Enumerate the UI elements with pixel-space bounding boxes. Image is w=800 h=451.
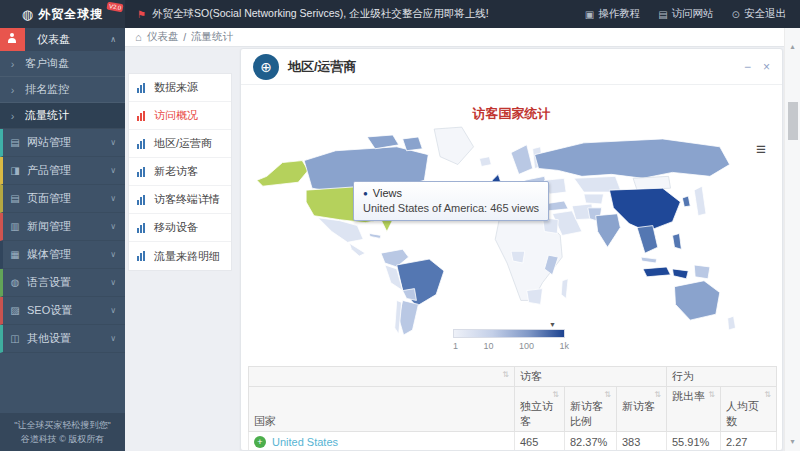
minimize-icon[interactable]: − [744, 60, 751, 74]
country-chile[interactable] [395, 300, 402, 333]
media-mgmt-label: 媒体管理 [27, 247, 110, 262]
sidebar-footer: "让全球买家轻松搜到您" 谷道科技 © 版权所有 [0, 413, 125, 451]
country-stats-table-section: ⇅ 访客 行为 国家 ⇅独立访客 ⇅新访客比例 ⇅新访客 ⇅跳出率 ⇅人均页数 … [241, 363, 782, 451]
tooltip-value: United States of America: 465 views [363, 202, 539, 214]
country-japan[interactable] [694, 186, 706, 216]
sort-icon[interactable]: ⇅ [654, 390, 661, 399]
sidebar-item-website-mgmt[interactable]: ▤ 网站管理 ∨ [0, 129, 125, 157]
menu-item-new-returning[interactable]: 新老访客 [129, 158, 231, 186]
visit-site-link[interactable]: ▤ 访问网站 [658, 7, 713, 21]
sort-icon[interactable]: ⇅ [708, 390, 715, 399]
country-greenland[interactable] [434, 127, 473, 164]
sort-icon[interactable]: ⇅ [552, 390, 559, 399]
country-indonesia-east[interactable] [673, 269, 689, 279]
country-brazil[interactable] [397, 259, 444, 306]
country-nigeria[interactable] [511, 251, 525, 263]
scroll-down-icon[interactable]: ▾ [785, 437, 800, 446]
country-new-zealand[interactable] [728, 316, 736, 330]
sort-icon[interactable]: ⇅ [502, 370, 509, 379]
website-mgmt-label: 网站管理 [27, 135, 110, 150]
expand-plus-icon[interactable]: + [254, 436, 266, 448]
world-map[interactable] [249, 125, 771, 337]
chevron-down-icon: ∨ [110, 250, 116, 259]
scroll-up-icon[interactable]: ▴ [785, 42, 800, 51]
country-philippines[interactable] [673, 233, 682, 249]
dashboard-label: 仪表盘 [37, 32, 110, 47]
country-southeast-asia[interactable] [637, 226, 658, 254]
app-logo[interactable]: ◍ 外贸全球搜 V2.0 [0, 0, 125, 28]
sidebar-item-customer-inquiry[interactable]: › 客户询盘 [0, 51, 125, 77]
map-legend: ▼ 1 10 100 1k [453, 329, 573, 351]
country-indonesia[interactable] [643, 267, 671, 277]
sort-icon[interactable]: ⇅ [604, 390, 611, 399]
logo-text: 外贸全球搜 [38, 6, 103, 23]
sort-icon[interactable]: ⇅ [764, 390, 771, 399]
bar-chart-icon [137, 111, 148, 121]
menu-item-region-carrier[interactable]: 地区/运营商 [129, 130, 231, 158]
language-settings-label: 语言设置 [27, 275, 110, 290]
logout-link[interactable]: ⊙ 安全退出 [732, 7, 786, 21]
breadcrumb-separator: / [183, 31, 186, 43]
sidebar-item-traffic-stats[interactable]: › 流量统计 [0, 103, 125, 129]
country-madagascar[interactable] [561, 279, 568, 299]
topbar-links: ▣ 操作教程 ▤ 访问网站 ⊙ 安全退出 [585, 7, 800, 21]
sidebar-item-media-mgmt[interactable]: ▦ 媒体管理 ∨ [0, 241, 125, 269]
close-icon[interactable]: × [763, 60, 770, 74]
sidebar-item-page-mgmt[interactable]: ▤ 页面管理 ∨ [0, 185, 125, 213]
country-alaska[interactable] [257, 161, 308, 187]
breadcrumb-current: 流量统计 [191, 30, 233, 44]
country-south-africa[interactable] [527, 289, 543, 305]
visit-site-label: 访问网站 [672, 7, 714, 21]
tooltip-series: Views [373, 187, 402, 199]
sidebar-item-product-mgmt[interactable]: ◨ 产品管理 ∨ [0, 157, 125, 185]
page-scrollbar[interactable]: ▴ ▾ [784, 28, 800, 451]
arrow-right-icon: › [0, 58, 25, 70]
country-malaysia[interactable] [641, 257, 657, 263]
visit-overview-label: 访问概况 [154, 108, 198, 123]
legend-tick: 1k [559, 341, 569, 351]
scrollbar-thumb[interactable] [788, 102, 798, 140]
country-australia[interactable] [674, 281, 719, 320]
new-returning-label: 新老访客 [154, 164, 198, 179]
page-icon: ▤ [3, 193, 27, 204]
version-badge: V2.0 [106, 2, 123, 13]
sidebar-item-language-settings[interactable]: ◍ 语言设置 ∨ [0, 269, 125, 297]
country-canada-islands[interactable] [403, 137, 423, 151]
country-iceland[interactable] [479, 157, 491, 167]
sidebar-item-dashboard[interactable]: 仪表盘 ∧ [0, 28, 125, 51]
country-link[interactable]: United States [272, 436, 338, 448]
screen-icon: ▣ [585, 9, 594, 20]
menu-item-referrer-detail[interactable]: 流量来路明细 [129, 242, 231, 270]
country-mongolia[interactable] [633, 176, 670, 190]
country-central-america[interactable] [349, 243, 365, 256]
sidebar-item-seo-settings[interactable]: ▨ SEO设置 ∨ [0, 297, 125, 325]
country-south-korea[interactable] [682, 196, 690, 207]
breadcrumb-dashboard[interactable]: 仪表盘 [147, 30, 179, 44]
sidebar-item-news-mgmt[interactable]: ▥ 新闻管理 ∨ [0, 213, 125, 241]
menu-item-mobile-device[interactable]: 移动设备 [129, 214, 231, 242]
legend-tick: 100 [519, 341, 534, 351]
country-russia[interactable] [535, 139, 730, 178]
legend-ticks: 1 10 100 1k [453, 341, 569, 351]
country-scandinavia[interactable] [511, 145, 533, 175]
language-globe-icon: ◍ [3, 277, 27, 288]
country-india[interactable] [596, 214, 621, 247]
menu-item-visit-overview[interactable]: 访问概况 [129, 102, 231, 130]
sidebar-item-rank-monitor[interactable]: › 排名监控 [0, 77, 125, 103]
table-group-header-row: ⇅ 访客 行为 [249, 367, 777, 387]
country-cuba[interactable] [369, 233, 381, 238]
country-new-guinea[interactable] [694, 265, 710, 279]
country-central-asia[interactable] [584, 194, 604, 204]
country-bolivia[interactable] [403, 289, 417, 301]
bounce-rate-cell: 55.91% [667, 432, 721, 451]
product-icon: ◨ [3, 165, 27, 176]
menu-item-visitor-device-detail[interactable]: 访客终端详情 [129, 186, 231, 214]
seo-chart-icon: ▨ [3, 305, 27, 316]
tutorial-link[interactable]: ▣ 操作教程 [585, 7, 640, 21]
chevron-up-icon: ∧ [110, 35, 116, 44]
bar-chart-icon [137, 251, 148, 261]
map-area: 访客国家统计 ≡ [241, 85, 782, 363]
sidebar-item-other-settings[interactable]: ◫ 其他设置 ∨ [0, 325, 125, 353]
menu-item-data-source[interactable]: 数据来源 [129, 74, 231, 102]
page-mgmt-label: 页面管理 [27, 191, 110, 206]
